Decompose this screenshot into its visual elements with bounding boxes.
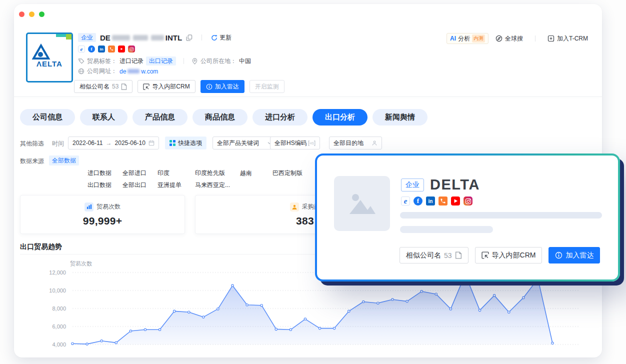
add-tcrm-label: 加入T-CRM — [557, 34, 588, 43]
stat-label: 贸易次数 — [96, 202, 120, 211]
similar-company-button[interactable]: 相似公司名 53 — [400, 247, 468, 264]
location-label: 公司所在地： — [200, 57, 236, 66]
bar-chart-icon — [84, 202, 94, 212]
product-keywords-select[interactable]: 全部产品关键词 — [212, 136, 276, 150]
add-radar-label: 加入雷达 — [215, 82, 239, 91]
trade-tags-label: 贸易标签： — [87, 57, 117, 66]
import-crm-label: 导入内部CRM — [152, 82, 190, 91]
tab-export-analysis[interactable]: 出口分析 — [312, 109, 368, 126]
source-link[interactable]: 越南 — [240, 169, 252, 178]
info-icon — [555, 252, 562, 259]
instagram-icon[interactable] — [464, 196, 472, 206]
tab-product-info[interactable]: 产品信息 — [132, 109, 188, 126]
window-close-button[interactable] — [19, 12, 24, 17]
tab-news[interactable]: 新闻舆情 — [372, 109, 428, 126]
add-radar-button[interactable]: 加入雷达 — [548, 247, 600, 264]
svg-text:12,000: 12,000 — [49, 270, 66, 276]
instagram-icon[interactable] — [128, 46, 135, 52]
company-name-redacted — [151, 35, 164, 40]
quick-options-button[interactable]: 快捷选项 — [165, 136, 206, 150]
logo-accent-green — [66, 34, 72, 40]
export-records-tag[interactable]: 出口记录 — [146, 56, 176, 66]
website-icon[interactable]: e — [78, 46, 85, 52]
youtube-icon[interactable] — [118, 46, 125, 52]
tab-bar: 公司信息 联系人 产品信息 商品信息 进口分析 出口分析 新闻舆情 — [20, 109, 428, 126]
stat-value: 99,999+ — [83, 215, 122, 227]
add-tcrm-button[interactable]: 加入T-CRM — [548, 34, 588, 43]
divider — [202, 34, 202, 40]
website-icon[interactable]: e — [401, 196, 410, 206]
similar-company-label: 相似公司名 — [406, 251, 441, 260]
chart-title: 出口贸易趋势 — [20, 242, 62, 252]
header-divider — [14, 96, 602, 97]
ai-analysis-button[interactable]: AI 分析 内测 — [446, 33, 488, 44]
destination-value: 全部目的地 — [334, 139, 364, 148]
website-prefix: de — [120, 68, 126, 75]
product-keywords-value: 全部产品关键词 — [217, 139, 259, 148]
youtube-icon[interactable] — [451, 196, 460, 206]
svg-text:ΛELTA: ΛELTA — [36, 60, 62, 68]
refresh-button[interactable]: 更新 — [211, 34, 232, 42]
import-icon — [143, 84, 150, 90]
window-zoom-button[interactable] — [39, 12, 44, 17]
phone-icon[interactable] — [438, 196, 448, 206]
data-source-label: 数据来源 — [20, 157, 44, 166]
import-crm-button[interactable]: 导入内部CRM — [138, 80, 195, 93]
tab-contacts[interactable]: 联系人 — [80, 109, 128, 126]
source-link[interactable]: 亚洲提单 — [158, 181, 182, 190]
enterprise-badge: 企业 — [78, 33, 96, 42]
source-link[interactable]: 印度 — [158, 169, 170, 178]
phone-icon[interactable] — [108, 46, 115, 52]
source-link[interactable]: 全部出口 — [122, 181, 146, 190]
company-logo: ΛELTA — [26, 32, 73, 82]
social-icon-row: efin — [78, 46, 135, 52]
start-monitor-button[interactable]: 开启监测 — [250, 80, 284, 93]
source-link[interactable]: 印度抢先版 — [195, 169, 225, 178]
facebook-icon[interactable]: f — [414, 196, 422, 206]
import-crm-label: 导入内部CRM — [492, 251, 536, 260]
add-radar-button[interactable]: 加入雷达 — [200, 80, 244, 93]
calendar-icon — [148, 140, 154, 146]
tab-commodity-info[interactable]: 商品信息 — [192, 109, 248, 126]
source-link[interactable]: 全部进口 — [122, 169, 146, 178]
import-crm-button[interactable]: 导入内部CRM — [475, 247, 542, 264]
svg-text:4,000: 4,000 — [52, 342, 66, 348]
source-link[interactable]: 巴西定制版 — [272, 169, 302, 178]
logo-accent-teal — [56, 34, 66, 37]
date-range-input[interactable]: 2022-06-11 → 2025-06-10 — [68, 136, 159, 150]
quick-options-label: 快捷选项 — [178, 139, 202, 148]
import-records-tag[interactable]: 进口记录 — [120, 57, 144, 66]
tab-company-info[interactable]: 公司信息 — [20, 109, 75, 126]
facebook-icon[interactable]: f — [88, 46, 95, 52]
global-search-button[interactable]: 全球搜 — [496, 34, 523, 43]
location-icon — [192, 58, 198, 64]
add-radar-label: 加入雷达 — [566, 251, 594, 260]
website-link[interactable]: de w.com — [120, 68, 158, 75]
company-name-redacted — [133, 35, 148, 40]
ai-label: AI — [450, 35, 456, 42]
chart-ylabel: 贸易次数 — [70, 260, 92, 268]
import-icon — [482, 252, 489, 259]
refresh-icon — [211, 34, 218, 41]
document-icon — [121, 84, 127, 90]
data-source-all[interactable]: 全部数据 — [49, 156, 79, 166]
destination-pin-icon — [372, 140, 378, 146]
linkedin-icon[interactable]: in — [426, 196, 435, 206]
linkedin-icon[interactable]: in — [98, 46, 105, 52]
hs-code-select[interactable]: 全部HS编码 HS — [270, 136, 320, 150]
similar-company-button[interactable]: 相似公司名 53 — [74, 80, 132, 93]
skeleton-bar — [400, 226, 493, 233]
copy-icon[interactable] — [186, 34, 192, 41]
similar-company-label: 相似公司名 — [80, 82, 110, 91]
window-minimize-button[interactable] — [29, 12, 34, 17]
time-label: 时间 — [52, 140, 64, 148]
tab-import-analysis[interactable]: 进口分析 — [252, 109, 308, 126]
other-filters-label: 其他筛选 — [20, 140, 44, 148]
delta-logo-icon: ΛELTA — [32, 42, 67, 72]
start-monitor-label: 开启监测 — [255, 82, 279, 91]
stat-value: 383 — [296, 215, 314, 227]
destination-select[interactable]: 全部目的地 — [329, 136, 382, 150]
popup-company-title: DELTA — [430, 176, 480, 193]
stat-card-trade-count: 贸易次数 99,999+ — [20, 195, 185, 234]
source-link[interactable]: 马来西亚定... — [195, 181, 230, 190]
